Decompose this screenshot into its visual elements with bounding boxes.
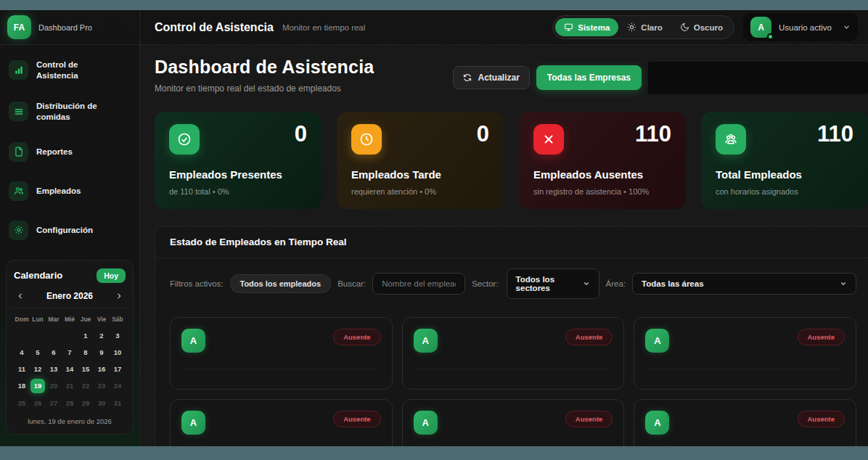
- header-subtitle: Monitor en tiempo real: [282, 23, 365, 32]
- calendar-day[interactable]: 9: [94, 345, 110, 359]
- calendar-day[interactable]: 6: [46, 345, 62, 359]
- chevron-down-icon: [840, 280, 847, 287]
- calendar-day[interactable]: 7: [62, 345, 78, 359]
- theme-switcher: Sistema Claro Oscuro: [552, 15, 734, 39]
- calendar-day[interactable]: 13: [46, 362, 62, 376]
- active-filters-label: Filtros activos:: [170, 279, 224, 288]
- calendar-day[interactable]: 29: [78, 396, 94, 410]
- calendar-day[interactable]: 22: [78, 379, 94, 393]
- calendar-day[interactable]: 2: [94, 329, 110, 342]
- sidebar-item-label: Configuración: [36, 225, 93, 236]
- stat-subtitle: sin registro de asistencia • 100%: [533, 187, 671, 196]
- header-dark-panel: [648, 62, 868, 94]
- theme-option-sistema[interactable]: Sistema: [555, 18, 618, 36]
- calendar-dow-label: Lun: [30, 316, 46, 323]
- employee-card[interactable]: AAusente: [402, 317, 625, 390]
- employee-avatar: A: [645, 411, 669, 435]
- sidebar-item-reportes[interactable]: Reportes: [9, 142, 131, 162]
- sidebar-item-label: Control de Asistencia: [36, 59, 115, 81]
- employee-card[interactable]: AAusente: [402, 399, 625, 446]
- calendar-day[interactable]: 5: [30, 345, 46, 359]
- calendar-day[interactable]: 11: [14, 362, 30, 376]
- employee-avatar: A: [414, 329, 438, 353]
- stat-title: Total Empleados: [716, 168, 853, 181]
- monitor-icon: [564, 22, 573, 32]
- employee-card[interactable]: AAusente: [634, 317, 856, 390]
- calendar-day[interactable]: 26: [30, 396, 46, 410]
- calendar-day-selected[interactable]: 19: [30, 379, 45, 393]
- calendar-day[interactable]: 3: [110, 329, 126, 342]
- area-select[interactable]: Todas las áreas: [632, 273, 856, 295]
- calendar-title: Calendario: [14, 270, 62, 281]
- brand[interactable]: FA Dashboard Pro: [0, 10, 139, 45]
- theme-option-oscuro[interactable]: Oscuro: [671, 18, 732, 36]
- employee-status-badge: Ausente: [565, 329, 613, 345]
- stat-value: 0: [477, 121, 489, 147]
- calendar-footer: lunes, 19 de enero de 2026: [14, 417, 126, 425]
- user-menu[interactable]: A Usuario activo: [743, 13, 858, 41]
- stat-card: 0 Empleados Tarde requieren atención • 0…: [337, 112, 504, 209]
- calendar-day[interactable]: 14: [62, 362, 78, 376]
- check-circle-icon: [169, 124, 200, 155]
- employee-status-badge: Ausente: [798, 329, 845, 345]
- sidebar-item-label: Distribución de comidas: [36, 101, 115, 123]
- calendar-day[interactable]: 4: [14, 345, 30, 359]
- employee-card-divider: [182, 369, 380, 369]
- page-subtitle: Monitor en tiempo real del estado de emp…: [155, 83, 374, 94]
- calendar-day[interactable]: 8: [78, 345, 94, 359]
- filters-bar: Filtros activos: Todos los empleados Bus…: [155, 258, 868, 308]
- calendar-day[interactable]: 17: [110, 362, 126, 376]
- employee-status-badge: Ausente: [333, 329, 380, 345]
- sidebar-item-distribucion-comidas[interactable]: Distribución de comidas: [9, 101, 131, 123]
- calendar-day[interactable]: 10: [110, 345, 126, 359]
- calendar-day[interactable]: 16: [94, 362, 110, 376]
- stat-subtitle: requieren atención • 0%: [351, 187, 489, 196]
- stat-value: 0: [295, 121, 307, 147]
- calendar-day[interactable]: 18: [14, 379, 30, 393]
- sidebar-item-label: Empleados: [36, 186, 81, 197]
- calendar-day[interactable]: 25: [14, 396, 30, 410]
- calendar-empty-cell: [30, 329, 46, 342]
- calendar-next-icon[interactable]: [115, 292, 123, 300]
- bar-chart-icon: [9, 60, 28, 80]
- calendar-day[interactable]: 1: [78, 329, 94, 342]
- calendar-day[interactable]: 30: [94, 396, 110, 410]
- sector-label: Sector:: [472, 279, 498, 288]
- calendar-day[interactable]: 28: [62, 396, 78, 410]
- calendar-empty-cell: [14, 329, 30, 342]
- stat-value: 110: [635, 121, 671, 147]
- sidebar-item-control-asistencia[interactable]: Control de Asistencia: [9, 59, 131, 81]
- all-companies-button[interactable]: Todas las Empresas: [536, 65, 642, 90]
- employee-avatar: A: [181, 411, 205, 435]
- page-title: Dashboard de Asistencia: [155, 57, 374, 78]
- calendar-day[interactable]: 31: [110, 396, 126, 410]
- active-filter-chip[interactable]: Todos los empleados: [230, 274, 332, 293]
- sidebar-item-empleados[interactable]: Empleados: [9, 181, 131, 201]
- calendar-day[interactable]: 21: [62, 379, 78, 393]
- search-input[interactable]: [372, 273, 465, 295]
- chevron-down-icon: [843, 23, 851, 31]
- calendar-day[interactable]: 23: [94, 379, 110, 393]
- calendar-dow-label: Mar: [46, 316, 62, 323]
- calendar-empty-cell: [62, 329, 78, 342]
- app-name: Dashboard Pro: [38, 23, 92, 32]
- employee-card[interactable]: AAusente: [170, 317, 393, 390]
- employee-card[interactable]: AAusente: [634, 399, 856, 446]
- file-icon: [9, 142, 28, 162]
- avatar: A: [750, 17, 771, 38]
- theme-option-claro[interactable]: Claro: [618, 18, 671, 36]
- calendar-day[interactable]: 20: [46, 379, 62, 393]
- stat-card: 0 Empleados Presentes de 110 total • 0%: [155, 112, 322, 209]
- sidebar-item-label: Reportes: [36, 147, 73, 157]
- calendar-prev-icon[interactable]: [17, 292, 24, 300]
- calendar-day[interactable]: 24: [110, 379, 126, 393]
- calendar-day[interactable]: 15: [78, 362, 94, 376]
- sector-select[interactable]: Todos los sectores: [507, 268, 599, 299]
- sidebar-item-configuracion[interactable]: Configuración: [9, 221, 131, 240]
- employee-card[interactable]: AAusente: [170, 399, 393, 446]
- calendar-day[interactable]: 12: [30, 362, 46, 376]
- calendar-day[interactable]: 27: [46, 396, 62, 410]
- clock-icon: [351, 124, 382, 155]
- today-button[interactable]: Hoy: [97, 268, 126, 283]
- refresh-button[interactable]: Actualizar: [453, 66, 529, 89]
